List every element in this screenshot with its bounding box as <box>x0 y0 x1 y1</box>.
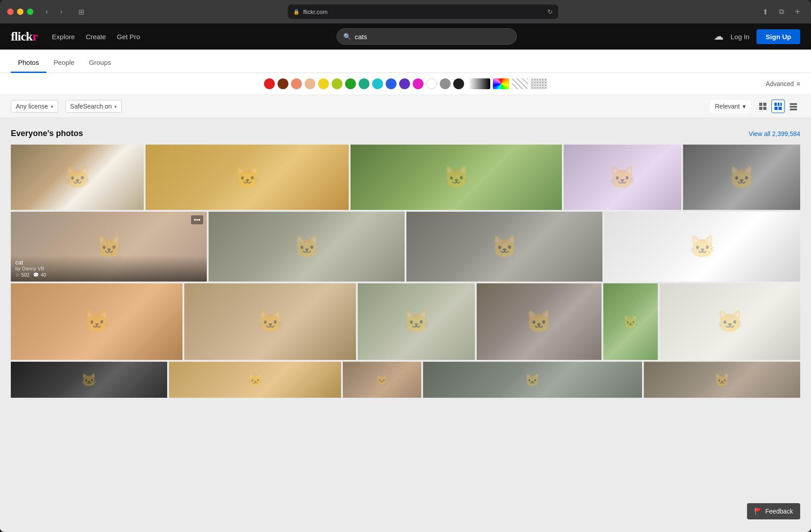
photo-item[interactable]: 🐱 <box>644 362 800 398</box>
cat-face-icon: 🐱 <box>683 145 800 210</box>
cat-face-icon: 🐱 <box>358 283 475 360</box>
photo-item[interactable]: 🐱 <box>351 145 562 210</box>
minimize-button[interactable] <box>17 9 23 15</box>
filter-bar: Advanced ≡ <box>0 73 811 95</box>
advanced-button[interactable]: Advanced ≡ <box>766 80 800 87</box>
main-content: Everyone's photos View all 2,399,584 🐱 🐱… <box>0 118 811 532</box>
photo-item[interactable]: 🐱 <box>11 362 167 398</box>
url-bar[interactable]: 🔒 flickr.com ↻ <box>288 5 558 19</box>
search-input[interactable] <box>355 33 510 41</box>
photo-item[interactable]: 🐱 <box>603 283 658 360</box>
grid-view-button[interactable] <box>756 100 770 113</box>
photo-item[interactable]: 🐱 <box>169 362 341 398</box>
safesearch-dropdown[interactable]: SafeSearch on ▾ <box>65 100 122 113</box>
create-link[interactable]: Create <box>86 33 106 41</box>
cat-face-icon: 🐱 <box>604 212 800 282</box>
color-cyan[interactable] <box>372 78 383 89</box>
photo-item[interactable]: 🐱 <box>604 212 800 282</box>
cat-face-icon: 🐱 <box>11 145 144 210</box>
sub-filter-bar: Any license ▾ SafeSearch on ▾ Relevant ▾ <box>0 95 811 118</box>
photo-item[interactable]: 🐱 <box>184 283 356 360</box>
photo-item[interactable]: 🐱 <box>146 145 349 210</box>
tab-groups[interactable]: Groups <box>82 53 118 73</box>
photo-item[interactable]: 🐱 <box>11 283 182 360</box>
color-magenta[interactable] <box>413 78 424 89</box>
back-button[interactable]: ‹ <box>41 5 53 18</box>
photo-item[interactable]: 🐱 cat by Danny VB ☆ 502 💬 40 ••• <box>11 212 207 282</box>
more-options-button[interactable]: ••• <box>191 215 203 224</box>
photo-stats: ☆ 502 💬 40 <box>15 272 202 278</box>
photo-grid: 🐱 🐱 🐱 🐱 🐱 <box>11 145 800 398</box>
view-all-link[interactable]: View all 2,399,584 <box>749 130 800 137</box>
photo-author: by Danny VB <box>15 266 202 271</box>
share-button[interactable]: ⬆ <box>759 5 771 18</box>
photo-item[interactable]: 🐱 <box>11 145 144 210</box>
login-link[interactable]: Log In <box>731 33 750 41</box>
reload-icon[interactable]: ↻ <box>547 8 553 15</box>
color-blue[interactable] <box>386 78 396 89</box>
tab-people[interactable]: People <box>46 53 82 73</box>
safesearch-label: SafeSearch on <box>70 103 112 110</box>
get-pro-link[interactable]: Get Pro <box>117 33 140 41</box>
forward-button[interactable]: › <box>55 5 68 18</box>
cat-face-icon: 🐱 <box>343 362 421 398</box>
feedback-button[interactable]: 🚩 Feedback <box>747 503 800 519</box>
cat-face-icon: 🐱 <box>644 362 800 398</box>
cat-face-icon: 🐱 <box>11 283 182 360</box>
color-red[interactable] <box>264 78 275 89</box>
url-text: flickr.com <box>303 9 328 15</box>
color-peach[interactable] <box>305 78 315 89</box>
color-green[interactable] <box>345 78 356 89</box>
license-dropdown[interactable]: Any license ▾ <box>11 100 58 113</box>
cat-face-icon: 🐱 <box>184 283 356 360</box>
tone-bw[interactable] <box>469 78 490 89</box>
list-view-button[interactable] <box>787 100 800 113</box>
color-teal[interactable] <box>359 78 369 89</box>
advanced-label: Advanced <box>766 80 794 87</box>
tabs-button[interactable]: ⧉ <box>775 5 788 18</box>
cat-face-icon: 🐱 <box>169 362 341 398</box>
explore-link[interactable]: Explore <box>52 33 75 41</box>
svg-rect-3 <box>763 107 766 110</box>
color-yellow[interactable] <box>318 78 329 89</box>
new-tab-button[interactable]: + <box>791 5 804 18</box>
photo-item[interactable]: 🐱 <box>660 283 800 360</box>
sort-arrow: ▾ <box>743 103 746 110</box>
tone-pattern[interactable] <box>512 78 528 89</box>
favorites-count: ☆ 502 <box>15 272 29 278</box>
sort-dropdown[interactable]: Relevant ▾ <box>710 100 751 113</box>
sort-section: Relevant ▾ <box>710 100 800 113</box>
license-arrow: ▾ <box>51 104 53 109</box>
photo-item[interactable]: 🐱 <box>343 362 421 398</box>
color-lime[interactable] <box>332 78 342 89</box>
color-black[interactable] <box>453 78 464 89</box>
close-button[interactable] <box>7 9 14 15</box>
photo-item[interactable]: 🐱 <box>423 362 642 398</box>
tab-photos[interactable]: Photos <box>11 53 46 73</box>
tone-color[interactable] <box>493 78 509 89</box>
photo-item[interactable]: 🐱 <box>209 212 405 282</box>
upload-button[interactable]: ☁ <box>714 31 724 42</box>
color-gray[interactable] <box>440 78 451 89</box>
search-bar[interactable]: 🔍 <box>337 28 517 45</box>
color-brown[interactable] <box>278 78 288 89</box>
sidebar-button[interactable]: ⊞ <box>75 5 87 18</box>
color-indigo[interactable] <box>399 78 410 89</box>
photo-item[interactable]: 🐱 <box>406 212 602 282</box>
color-salmon[interactable] <box>291 78 302 89</box>
nav-buttons: ‹ › <box>41 5 68 18</box>
photo-item[interactable]: 🐱 <box>683 145 800 210</box>
cat-face-icon: 🐱 <box>477 283 601 360</box>
photo-item[interactable]: 🐱 <box>564 145 681 210</box>
photo-actions: ••• <box>191 215 203 224</box>
fullscreen-button[interactable] <box>27 9 33 15</box>
tone-dots[interactable] <box>531 78 547 89</box>
cat-face-icon: 🐱 <box>351 145 562 210</box>
feedback-icon: 🚩 <box>754 508 762 515</box>
signup-button[interactable]: Sign Up <box>756 29 800 44</box>
justified-view-button[interactable] <box>771 100 785 113</box>
color-white[interactable] <box>426 78 437 89</box>
cat-face-icon: 🐱 <box>209 212 405 282</box>
photo-item[interactable]: 🐱 <box>477 283 601 360</box>
photo-item[interactable]: 🐱 <box>358 283 475 360</box>
